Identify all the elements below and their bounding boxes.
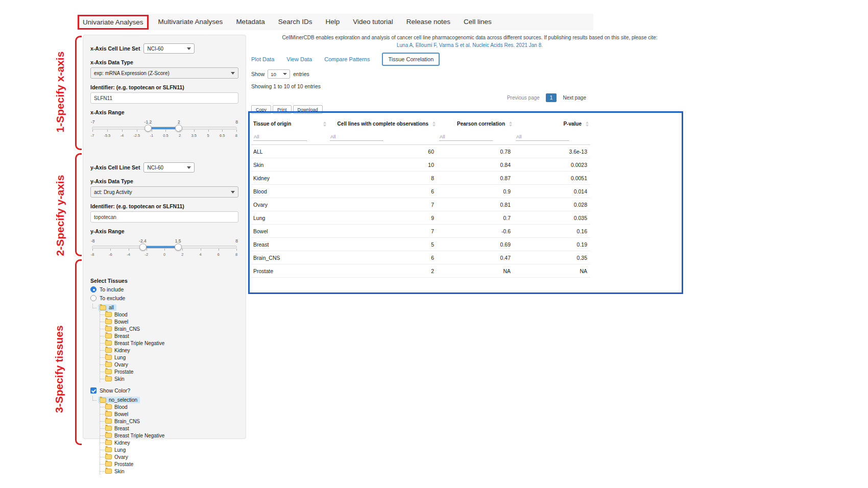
cell-pvalue: 0.0023	[514, 158, 590, 172]
include-tissue-tree: all Blood Bowel Brain_CNS	[91, 304, 238, 382]
x-range-handle-high[interactable]	[175, 125, 182, 132]
table-row: Breast 5 0.69 0.19	[251, 238, 590, 251]
folder-icon	[105, 461, 112, 467]
main-content: CellMinerCDB enables exploration and ana…	[251, 35, 688, 278]
tissue-tree-item-label: Breast	[114, 426, 129, 431]
cell-tissue: Bowel	[251, 225, 328, 238]
nav-item[interactable]: Cell lines	[457, 14, 498, 30]
tissue-tree-item[interactable]: Skin	[100, 468, 238, 475]
y-range-tick: 8	[234, 252, 239, 257]
tissue-tree-item[interactable]: Kidney	[100, 347, 238, 354]
x-data-type-select[interactable]: exp: mRNA Expression (Z-Score)	[90, 67, 238, 79]
citation-link[interactable]: Luna A, Elloumi F, Varma S et al. Nuclei…	[251, 42, 688, 48]
tissue-tree-item[interactable]: Lung	[100, 354, 238, 361]
column-header-label: P-value	[563, 121, 582, 127]
column-header-cell-lines[interactable]: Cell lines with complete observations	[328, 117, 437, 130]
result-tab[interactable]: Tissue Correlation	[382, 53, 440, 66]
y-range-min: -8	[91, 238, 95, 243]
tissue-tree-item-label: Prostate	[114, 369, 133, 375]
y-range-tick: 0	[162, 252, 167, 257]
x-range-track[interactable]	[92, 127, 237, 130]
filter-input-cell-lines[interactable]	[330, 133, 383, 141]
pagination: Previous page 1 Next page	[251, 93, 590, 103]
column-header-tissue[interactable]: Tissue of origin	[251, 117, 328, 130]
tissue-tree-item[interactable]: Bowel	[100, 318, 238, 325]
tissue-tree-item[interactable]: Blood	[100, 403, 238, 410]
folder-icon	[105, 326, 112, 331]
color-tree-root[interactable]: no_selection	[91, 396, 238, 403]
result-tab[interactable]: Compare Patterns	[324, 56, 370, 62]
chevron-down-icon	[283, 73, 287, 75]
cell-correlation: 0.47	[437, 251, 514, 264]
cell-count: 6	[328, 185, 437, 198]
y-range-tick: -6	[108, 252, 113, 257]
tissue-tree-item[interactable]: Skin	[100, 375, 238, 382]
annotation-step3-label: 3-Specify tissues	[53, 326, 65, 413]
include-radio[interactable]	[90, 286, 97, 292]
tissue-tree-item[interactable]: Blood	[100, 311, 238, 318]
x-identifier-label: Identifier: (e.g. topotecan or SLFN11)	[90, 84, 238, 90]
tissue-tree-item[interactable]: Prostate	[100, 460, 238, 468]
nav-item[interactable]: Univariate Analyses	[78, 15, 149, 30]
y-range-handle-high[interactable]	[175, 243, 182, 251]
tissue-tree-item[interactable]: Lung	[100, 446, 238, 453]
nav-item[interactable]: Help	[319, 14, 346, 30]
column-header-pearson[interactable]: Pearson correlation	[437, 117, 514, 130]
chevron-down-icon	[187, 166, 191, 169]
y-data-type-select[interactable]: act: Drug Activity	[90, 186, 238, 198]
y-range-handle-low[interactable]	[139, 243, 147, 251]
tissue-tree-item[interactable]: Brain_CNS	[100, 418, 238, 425]
current-page-button[interactable]: 1	[546, 93, 557, 102]
x-range-handle-low[interactable]	[144, 125, 152, 132]
tissue-tree-item[interactable]: Breast	[100, 425, 238, 432]
cell-correlation: 0.78	[437, 145, 514, 158]
exclude-radio[interactable]	[90, 295, 97, 301]
x-cell-line-set-select[interactable]: NCI-60	[143, 43, 195, 54]
nav-item[interactable]: Multivariate Analyses	[152, 14, 230, 30]
previous-page-button[interactable]: Previous page	[503, 93, 544, 103]
export-button[interactable]: Download	[293, 105, 323, 114]
y-cell-line-set-select[interactable]: NCI-60	[143, 162, 195, 173]
tissue-tree-item[interactable]: Ovary	[100, 453, 238, 460]
result-tab[interactable]: Plot Data	[251, 56, 274, 62]
y-range-low-value: -2.4	[139, 238, 147, 243]
tissue-tree-item[interactable]: Bowel	[100, 410, 238, 418]
tissue-tree-item[interactable]: Kidney	[100, 439, 238, 446]
include-tree-root[interactable]: all	[91, 304, 238, 311]
x-range-tick: 8	[234, 133, 239, 138]
cell-count: 60	[328, 145, 437, 158]
tissue-tree-item[interactable]: Breast	[100, 332, 238, 339]
nav-item[interactable]: Release notes	[400, 14, 457, 30]
export-button[interactable]: Copy	[251, 105, 271, 114]
show-color-checkbox[interactable]	[90, 387, 97, 394]
tissue-tree-item[interactable]: Ovary	[100, 361, 238, 368]
table-row: ALL 60 0.78 3.6e-13	[251, 145, 590, 158]
nav-item[interactable]: Metadata	[229, 14, 271, 30]
nav-item[interactable]: Video tutorial	[346, 14, 400, 30]
tissue-tree-item-label: Lung	[114, 447, 126, 453]
column-header-pvalue[interactable]: P-value	[514, 117, 590, 130]
cell-pvalue: 0.035	[514, 211, 590, 225]
result-tab[interactable]: View Data	[286, 56, 312, 62]
x-range-tick: -1	[149, 133, 154, 138]
next-page-button[interactable]: Next page	[559, 93, 590, 103]
folder-icon	[105, 447, 112, 452]
filter-input-tissue[interactable]	[253, 133, 307, 141]
cell-count: 10	[328, 158, 437, 172]
x-identifier-input[interactable]	[90, 92, 238, 104]
tissue-tree-item[interactable]: Breast Triple Negative	[100, 432, 238, 439]
tissue-tree-item[interactable]: Prostate	[100, 368, 238, 375]
filter-input-pearson[interactable]	[439, 133, 493, 141]
export-button[interactable]: Print	[273, 105, 292, 114]
tissue-tree-item[interactable]: Breast Triple Negative	[100, 339, 238, 347]
x-range-tick: -5.5	[104, 133, 110, 138]
y-range-high-value: 1.5	[175, 238, 181, 243]
column-header-label: Tissue of origin	[253, 121, 291, 127]
filter-input-pvalue[interactable]	[516, 133, 569, 141]
y-identifier-input[interactable]	[90, 211, 238, 223]
cell-pvalue: 0.35	[514, 251, 590, 264]
nav-item[interactable]: Search IDs	[272, 14, 319, 30]
tissue-tree-item[interactable]: Brain_CNS	[100, 325, 238, 332]
tissue-tree-item-label: Blood	[114, 404, 128, 410]
entries-select[interactable]: 10	[268, 69, 290, 79]
